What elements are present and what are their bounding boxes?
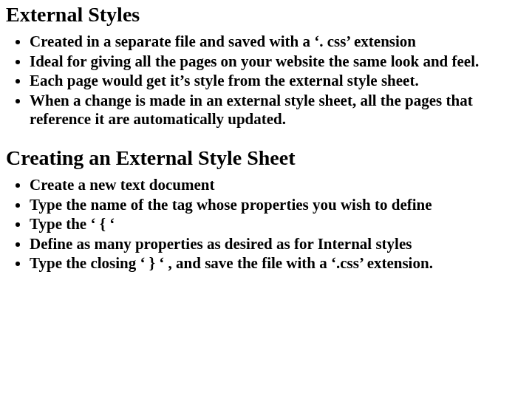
bullet-list-2: Create a new text document Type the name… [6, 176, 526, 274]
list-item: Define as many properties as desired as … [30, 235, 526, 255]
list-item: Created in a separate file and saved wit… [30, 33, 526, 52]
list-item: Type the closing ‘ } ‘ , and save the fi… [30, 254, 526, 274]
list-item: When a change is made in an external sty… [30, 92, 526, 130]
list-item: Type the name of the tag whose propertie… [30, 196, 526, 216]
bullet-list-1: Created in a separate file and saved wit… [6, 33, 526, 130]
list-item: Create a new text document [30, 176, 526, 196]
section-heading-2: Creating an External Style Sheet [6, 146, 526, 170]
list-item: Ideal for giving all the pages on your w… [30, 52, 526, 72]
section-heading-1: External Styles [6, 3, 526, 27]
list-item: Each page would get it’s style from the … [30, 72, 526, 92]
list-item: Type the ‘ { ‘ [30, 215, 526, 235]
slide-page: External Styles Created in a separate fi… [0, 0, 532, 296]
